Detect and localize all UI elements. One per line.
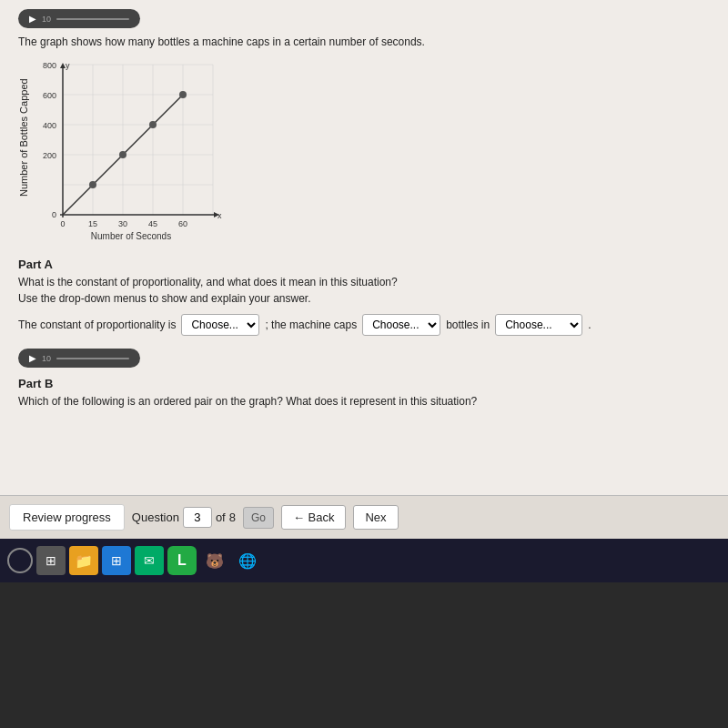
graph-section: Number of Bottles Capped [18,56,710,247]
svg-point-30 [149,121,157,128]
svg-text:800: 800 [43,61,56,70]
svg-text:200: 200 [43,151,56,160]
screen: 10 The graph shows how many bottles a ma… [0,0,728,728]
svg-text:0: 0 [60,219,65,228]
svg-text:x: x [217,211,222,220]
total-questions: 8 [229,511,236,524]
taskbar-icon-bear[interactable]: 🐻 [200,546,229,575]
sentence-mid: ; the machine caps [265,318,357,331]
dropdown-time[interactable]: Choose... 1 second 15 seconds 60 seconds [495,314,582,336]
sentence-start: The constant of proportionality is [18,318,176,331]
audio-progress-top [56,18,129,20]
question-nav: Question of 8 [132,507,236,528]
svg-point-29 [119,151,126,158]
taskbar-icon-mail[interactable]: ✉ [135,546,164,575]
dropdowns-row: The constant of proportionality is Choos… [18,314,710,336]
svg-text:400: 400 [43,121,56,130]
svg-text:y: y [66,61,70,70]
question-number-input[interactable] [183,507,212,528]
svg-text:45: 45 [148,219,157,228]
svg-text:0: 0 [52,210,56,219]
audio-progress-bottom [56,358,129,359]
go-button[interactable]: Go [243,507,274,529]
svg-text:60: 60 [178,219,187,228]
sentence-mid2: bottles in [446,318,490,331]
svg-text:30: 30 [118,219,127,228]
part-a-label: Part A [18,258,710,271]
part-a-question: What is the constant of proportionality,… [18,274,710,307]
part-a-q1: What is the constant of proportionality,… [18,276,398,288]
play-button-top[interactable] [29,14,36,24]
part-b-question: Which of the following is an ordered pai… [18,393,710,410]
graph-container: 800 600 400 200 0 0 15 30 45 60 Number o… [31,56,249,247]
content-area: 10 The graph shows how many bottles a ma… [0,0,728,495]
taskbar-icon-folder[interactable]: 📁 [69,546,98,575]
dropdown-bottles[interactable]: Choose... 10 15 20 [362,314,440,336]
taskbar: ⊞ 📁 ⊞ ✉ L 🐻 🌐 [0,539,728,582]
part-a-q2: Use the drop-down menus to show and expl… [18,292,311,305]
taskbar-icon-l[interactable]: L [167,546,197,575]
svg-text:Number of Seconds: Number of Seconds [91,231,171,241]
bottom-bar: Review progress Question of 8 Go ← Back … [0,495,728,539]
taskbar-start-circle[interactable] [7,548,33,573]
dropdown-proportionality[interactable]: Choose... 10 15 20 [181,314,259,336]
graph-svg: 800 600 400 200 0 0 15 30 45 60 Number o… [31,56,249,247]
graph-description: The graph shows how many bottles a machi… [18,35,710,48]
audio-bar-top[interactable]: 10 [18,9,140,28]
audio-bar-bottom[interactable]: 10 [18,349,140,368]
next-button[interactable]: Nex [353,505,398,530]
part-b-section: Part B Which of the following is an orde… [18,377,710,410]
part-a-section: Part A What is the constant of proportio… [18,258,710,336]
svg-point-31 [179,91,187,98]
back-button[interactable]: ← Back [281,505,347,530]
svg-text:15: 15 [88,219,97,228]
of-label: of [216,511,226,524]
review-progress-button[interactable]: Review progress [9,504,125,531]
svg-text:600: 600 [43,91,56,100]
svg-point-28 [89,181,96,188]
audio-num-top: 10 [42,15,51,24]
taskbar-icon-edge[interactable]: 🌐 [233,546,262,575]
y-axis-label: Number of Bottles Capped [18,56,29,219]
audio-num-bottom: 10 [42,354,51,363]
bottom-dark-area [0,582,728,728]
taskbar-icon-store[interactable]: ⊞ [102,546,131,575]
taskbar-icon-search[interactable]: ⊞ [36,546,66,575]
part-b-label: Part B [18,377,710,390]
sentence-end: . [588,318,591,331]
play-button-bottom[interactable] [29,353,36,363]
question-label: Question [132,511,179,524]
